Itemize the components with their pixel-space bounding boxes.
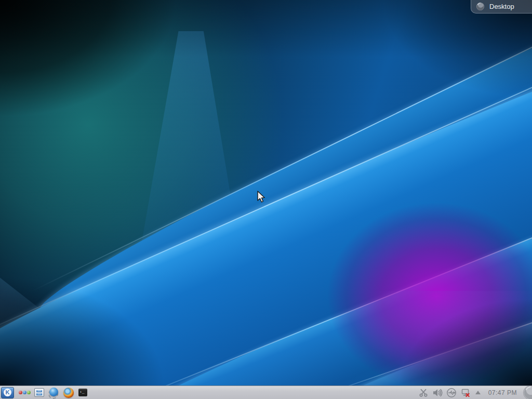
network-disconnected-icon[interactable]	[460, 388, 471, 398]
expand-tray-icon[interactable]	[475, 391, 481, 394]
drawer-slot	[36, 393, 42, 395]
plasma-cashew-icon	[476, 2, 485, 11]
desktop-toolbox-button[interactable]: Desktop	[471, 0, 532, 14]
desktop-screen: Desktop K ›_	[0, 0, 532, 399]
terminal-icon[interactable]: ›_	[78, 388, 88, 397]
kde-logo-letter: K	[6, 390, 10, 395]
usb-device-notifier-icon[interactable]	[446, 388, 457, 398]
mouse-cursor-arrow	[257, 191, 267, 204]
kde-kickoff-launcher-icon: K	[4, 389, 11, 396]
green-dot-icon	[27, 391, 31, 394]
desktop-toolbox-label: Desktop	[489, 3, 514, 10]
firefox-icon[interactable]	[63, 388, 74, 398]
volume-icon[interactable]	[432, 388, 443, 398]
terminal-prompt-glyph: ›_	[79, 390, 85, 394]
red-dot-icon	[19, 391, 22, 394]
blue-dot-icon	[23, 391, 26, 394]
activity-dots-icon[interactable]	[19, 391, 31, 394]
drawer-slot	[36, 390, 42, 392]
panel-cashew-icon[interactable]	[523, 385, 532, 399]
globe-gear-icon[interactable]	[48, 387, 59, 398]
taskbar-panel: K ›_	[0, 385, 532, 399]
app-launcher-button[interactable]: K	[1, 387, 14, 398]
system-tray: 07:47 PM	[418, 385, 532, 399]
klipper-scissors-icon[interactable]	[418, 388, 429, 398]
file-drawer-icon[interactable]	[34, 388, 44, 397]
panel-clock[interactable]: 07:47 PM	[488, 389, 517, 396]
